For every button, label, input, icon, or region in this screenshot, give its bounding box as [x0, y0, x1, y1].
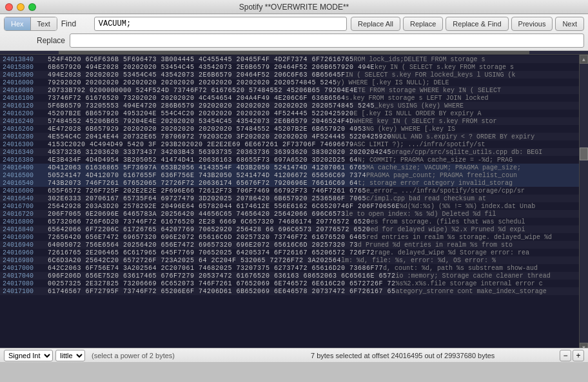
row-hex: 79292020 20202020 20202020 20202020 2020… — [48, 79, 337, 86]
find-label: Find — [61, 19, 90, 28]
row-ascii: ategory_stronre cont make_index_storage — [396, 288, 576, 295]
table-row[interactable]: 24016500 50524147 4D412070 6167655F 636F… — [0, 171, 579, 179]
row-hex: 73746F72 61676520 73202020 20202020 4C45… — [48, 95, 346, 102]
maximize-button[interactable] — [28, 3, 36, 11]
table-row[interactable]: 24017000 642C2063 6F756E74 3A202564 2C20… — [0, 264, 579, 272]
row-hex: 655F6572 726F725F 202E2E2E 2F696E66 7261… — [48, 187, 366, 195]
table-row[interactable]: 24016080 20733B792 0200000000 524F524D 7… — [0, 86, 579, 94]
hex-button[interactable]: Hex — [5, 17, 31, 30]
title-bar: Spotify **OVERWRITE MODE** — [0, 0, 588, 14]
table-row[interactable]: 24017080 00257325 2E327825 73206669 6C65… — [0, 280, 579, 287]
vertical-scrollbar[interactable]: ▲ ▼ — [579, 55, 588, 348]
row-ascii: le to open index: %s %d) Deleted %d fil — [346, 211, 576, 218]
row-hex: 64005072 756E6564 20256420 656E7472 6965… — [48, 242, 358, 249]
row-ascii: E [.key IS NULL ORDER BY expiry A — [354, 110, 576, 117]
hex-rows: 24013840 524F4D20 6C6F636B 5F696473 3B00… — [0, 55, 579, 348]
replace-button[interactable]: Replace — [403, 17, 443, 31]
row-hex: 6B657920 494E2028 20202020 53454C45 4354… — [48, 64, 375, 71]
table-row[interactable]: 24013840 524F4D20 6C6F636B 5F696473 3B00… — [0, 55, 579, 63]
table-row[interactable]: 24016240 57484552 45206B65 79204E4E 2020… — [0, 117, 579, 125]
row-ascii: TE FROM storage WHERE key IN ( SELECT — [358, 87, 576, 94]
row-address: 24016540 — [3, 180, 48, 187]
row-ascii: %d(%d:%s) (%% != %%) index.dat Unab — [400, 203, 576, 210]
replace-all-button[interactable]: Replace All — [351, 17, 400, 31]
scrollbar-track-area[interactable] — [580, 64, 588, 343]
signed-int-select[interactable]: Signed Int — [4, 350, 53, 361]
row-ascii: y) WHERE [.key IS NULL); DELE — [337, 79, 576, 86]
row-ascii: ed for delayed wipe) %2.x Pruned %d expi — [371, 226, 576, 233]
row-ascii: MA cache_size; VACUUM; PRAGMA page_size; — [366, 164, 576, 171]
row-ascii: key IN ( SELECT s.key FROM storage s — [375, 64, 576, 71]
zoom-out-button[interactable]: − — [560, 350, 571, 361]
table-row[interactable]: 24016840 65642066 6F72206C 61726765 6420… — [0, 225, 579, 233]
table-row[interactable]: 24015880 6B657920 494E2028 20202020 5345… — [0, 63, 579, 71]
row-ascii: rage. delayed_wipe %d Storage error: rea — [375, 249, 576, 256]
row-hex: 65642066 6F72206C 61726765 64207769 7065… — [48, 226, 371, 233]
table-row[interactable]: 24016100 73746F72 61676520 73202020 2020… — [0, 94, 579, 102]
table-row[interactable]: 24016900 72656420 656E7472 69657320 696E… — [0, 233, 579, 241]
table-row[interactable]: 24016300 4153C2020 4C494D49 5420 3F 293B… — [0, 140, 579, 148]
table-row[interactable]: 24016400 4D412063 61636865 5F73697A 653B… — [0, 164, 579, 171]
row-hex: 00257325 2E327825 73206669 6C652073 746F… — [48, 280, 396, 287]
row-ascii: io :memory; Storage cache cleaner thread — [396, 272, 576, 280]
row-hex: 4153C2020 4C494D49 5420 3F 293B202020 2E… — [48, 141, 354, 148]
hex-text-toggle[interactable]: Hex Text — [4, 17, 57, 31]
row-address: 24016280 — [3, 133, 48, 140]
minimize-button[interactable] — [17, 3, 24, 11]
table-row[interactable]: 24016200 45207B2E 6B657920 4953204E 554C… — [0, 110, 579, 117]
row-hex: 206F7065 6E20696E 6465783A 20256420 4465… — [48, 211, 346, 218]
table-row[interactable]: 24016800 65732066 726F6D20 73746F72 6167… — [0, 218, 579, 225]
close-button[interactable] — [5, 3, 13, 11]
row-address: 24015900 — [3, 72, 48, 79]
replace-input[interactable] — [70, 33, 584, 48]
row-address: 24016120 — [3, 102, 48, 110]
table-row[interactable]: 24016260 4E472028 6B657929 20202020 2020… — [0, 125, 579, 133]
row-ascii: orage/cpp/src/sqlite_utils.cpp db: BEGI — [391, 149, 576, 156]
table-row[interactable]: 24015900 494E2028 20202020 53454C45 4354… — [0, 71, 579, 79]
row-ascii: lm: %d, file: %s, error: %d, OS error: % — [341, 257, 576, 264]
table-row[interactable]: 24016340 46373236 31203620 33373437 3420… — [0, 148, 579, 156]
row-hex: 65732066 726F6D20 73746F72 61676520 2E28… — [48, 218, 371, 225]
table-row[interactable]: 24016720 206F7065 6E20696E 6465783A 2025… — [0, 210, 579, 218]
row-ascii: c/impl.cpp bad read checksum at — [366, 195, 576, 202]
toolbar-row1: Hex Text Find Replace All Replace Replac… — [4, 17, 584, 31]
endian-select[interactable]: little big — [55, 350, 85, 361]
table-row[interactable]: 24017100 61746567 6F72795F 73746F72 6520… — [0, 287, 579, 295]
zoom-in-button[interactable]: + — [573, 350, 584, 361]
table-row[interactable]: 24016120 5F6B6579 73205553 494E4720 286B… — [0, 102, 579, 110]
table-row[interactable]: 24016280 4E554C4C 20414E44 20732E65 7870… — [0, 133, 579, 140]
previous-button[interactable]: Previous — [511, 17, 553, 31]
top-scrollbar-thumb — [59, 51, 529, 54]
row-address: 24016380 — [3, 157, 48, 164]
table-row[interactable]: 24016700 25642928 203A3D20 2578292E 2049… — [0, 202, 579, 210]
row-address: 24017100 — [3, 288, 48, 295]
scroll-down-button[interactable]: ▼ — [580, 343, 588, 348]
table-row[interactable]: 24016380 4E3B434F 4D4D4954 3B205052 4147… — [0, 156, 579, 164]
table-row[interactable]: 24016940 64005072 756E6564 20256420 656E… — [0, 241, 579, 249]
replace-find-button[interactable]: Replace & Find — [446, 17, 508, 31]
table-row[interactable]: 24016540 743B2073 746F7261 67652065 7272… — [0, 179, 579, 187]
row-address: 24016500 — [3, 172, 48, 179]
table-row[interactable]: 24016960 72616765 2E206465 6C617965 645F… — [0, 249, 579, 256]
table-row[interactable]: 24016640 302E6333 20706167 65735F64 6972… — [0, 195, 579, 202]
next-button[interactable]: Next — [555, 17, 584, 31]
row-ascii: t; storage error category invalid_storag — [358, 180, 576, 187]
row-ascii: red entries in realm %s storage. delayed… — [366, 234, 576, 241]
row-hex: 45207B2E 6B657920 4953204E 554C4C20 2020… — [48, 110, 354, 117]
table-row[interactable]: 24016600 655F6572 726F725F 202E2E2E 2F69… — [0, 187, 579, 195]
row-ascii: d Pruned %d entries in realm %s from sto — [358, 242, 576, 249]
text-button[interactable]: Text — [31, 17, 57, 30]
hex-editor[interactable]: 24013840 524F4D20 6C6F636B 5F696473 3B00… — [0, 51, 588, 348]
row-address: 24016700 — [3, 203, 48, 210]
top-scrollbar[interactable] — [0, 51, 588, 55]
scrollbar-thumb — [580, 148, 588, 160]
row-address: 24017080 — [3, 280, 48, 287]
row-address: 24013840 — [3, 56, 48, 63]
table-row[interactable]: 24016980 6C6D3A20 25642C20 6572726F 723A… — [0, 256, 579, 264]
row-ascii: s.key FROM storage s LEFT JOIN locked — [346, 95, 576, 102]
toolbar-row2: Replace — [4, 33, 584, 48]
find-input[interactable] — [94, 17, 347, 31]
scroll-up-button[interactable]: ▲ — [580, 55, 588, 64]
table-row[interactable]: 24017040 696F206D 656E7520 63617465 676F… — [0, 272, 579, 280]
table-row[interactable]: 24016000 79292020 20202020 20202020 2020… — [0, 79, 579, 86]
